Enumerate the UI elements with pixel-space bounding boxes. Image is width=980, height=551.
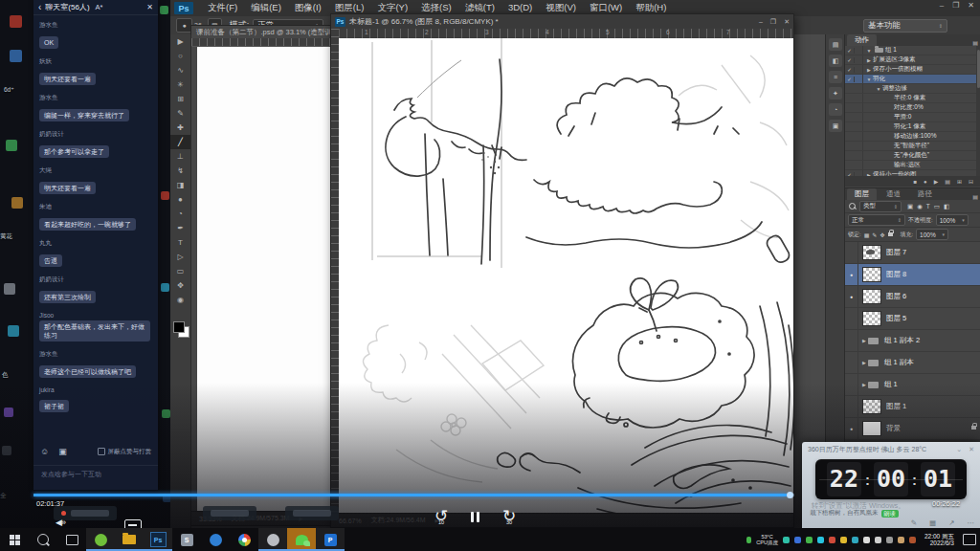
desktop-icon[interactable]: [4, 408, 13, 417]
chat-username[interactable]: 游水鱼: [39, 94, 152, 102]
panel-icon[interactable]: ◧: [829, 55, 842, 67]
zoom-level[interactable]: 66.67%: [339, 518, 362, 524]
action-row[interactable]: 移动边缘:100%: [845, 132, 980, 142]
action-check[interactable]: ✓: [845, 48, 855, 54]
taskbar-app-photoshop[interactable]: Ps: [144, 528, 172, 551]
layer-thumbnail[interactable]: [862, 267, 881, 282]
tool-button[interactable]: ✚: [170, 121, 190, 135]
taskbar-app-blue[interactable]: [201, 528, 230, 551]
layer-row[interactable]: ● 图层 8: [845, 264, 980, 286]
scrollbar[interactable]: [976, 46, 980, 176]
action-dialog-toggle[interactable]: [855, 170, 863, 176]
action-check[interactable]: ✓: [845, 57, 855, 63]
layer-row[interactable]: 组 1: [845, 374, 980, 396]
opacity-value[interactable]: 100% ▾: [936, 214, 969, 226]
chevron-icon[interactable]: ▼: [865, 77, 873, 82]
tool-button[interactable]: ○: [170, 49, 190, 63]
visibility-toggle[interactable]: ●: [845, 264, 858, 285]
action-check[interactable]: ✓: [845, 172, 855, 177]
layer-thumbnail[interactable]: [862, 421, 881, 436]
layer-thumbnail[interactable]: [862, 289, 881, 304]
layer-row[interactable]: 图层 5: [845, 308, 980, 330]
player-progress-bar[interactable]: [33, 494, 794, 496]
tray-icon[interactable]: [829, 537, 835, 543]
taskbar-app-p[interactable]: P: [316, 528, 345, 551]
search-button[interactable]: [29, 528, 57, 551]
action-dialog-toggle[interactable]: [855, 65, 863, 74]
emoji-icon[interactable]: ☺: [40, 447, 49, 456]
layer-row[interactable]: 组 1 副本: [845, 352, 980, 374]
action-row[interactable]: ▼ 调整边缘: [845, 84, 980, 94]
visibility-toggle[interactable]: ●: [845, 286, 858, 307]
action-dialog-toggle[interactable]: [855, 84, 863, 93]
chat-username[interactable]: 妖妖: [39, 57, 152, 66]
desktop-icon[interactable]: [4, 283, 15, 295]
chat-username[interactable]: 奶奶设计: [39, 276, 152, 284]
action-dialog-toggle[interactable]: [855, 122, 863, 131]
desktop-icon[interactable]: [11, 197, 23, 209]
filter-icon[interactable]: ▣: [907, 203, 913, 210]
desktop-icon-label[interactable]: 色: [2, 371, 9, 380]
chevron-icon[interactable]: ▼: [875, 86, 882, 92]
visibility-toggle[interactable]: [845, 242, 858, 263]
more-icon[interactable]: ⋯: [968, 518, 975, 527]
blend-mode-select[interactable]: 正常 ⇕: [848, 214, 905, 226]
read-aloud-button[interactable]: 朗读: [881, 510, 899, 518]
actions-toolbar-icon[interactable]: ●: [924, 179, 927, 185]
chat-username[interactable]: 大绳: [39, 166, 152, 175]
panel-menu-icon[interactable]: ▤: [972, 193, 978, 200]
layer-thumbnail[interactable]: [862, 399, 881, 414]
desktop-icon-label[interactable]: 黄花: [0, 232, 12, 241]
action-row[interactable]: 对比度:0%: [845, 103, 980, 113]
filter-type-select[interactable]: 类型 ⇕: [859, 201, 902, 212]
action-row[interactable]: 输出:选区: [845, 161, 980, 170]
action-row[interactable]: 羽化:1 像素: [845, 122, 980, 132]
layer-row[interactable]: 图层 7: [845, 242, 980, 264]
action-dialog-toggle[interactable]: [855, 113, 863, 121]
tool-button[interactable]: ◉: [170, 293, 190, 307]
tray-icon[interactable]: [783, 537, 790, 543]
panel-icon[interactable]: ✦: [829, 87, 842, 99]
chat-username[interactable]: 丸丸: [39, 239, 152, 248]
tray-icon[interactable]: [746, 537, 751, 543]
tray-icon[interactable]: [806, 537, 813, 543]
actions-toolbar-icon[interactable]: ⊞: [957, 178, 962, 185]
checkbox[interactable]: [98, 448, 105, 455]
close-icon[interactable]: ✕: [969, 446, 974, 453]
tray-icon[interactable]: [817, 537, 824, 543]
lock-option-icon[interactable]: ▦: [864, 231, 870, 238]
tool-button[interactable]: ◨: [170, 178, 190, 192]
menu-item[interactable]: 图像(I): [288, 2, 328, 14]
foreground-color[interactable]: [173, 321, 185, 333]
close-icon[interactable]: ✕: [784, 18, 790, 26]
progress-handle[interactable]: [787, 492, 793, 498]
tool-button[interactable]: ▷: [170, 250, 190, 264]
workspace-selector[interactable]: 基本功能 ⇕: [863, 19, 947, 33]
chat-username[interactable]: Jisoo: [39, 312, 152, 319]
visibility-toggle[interactable]: ●: [845, 418, 858, 439]
volume-icon[interactable]: ◀»: [56, 518, 65, 527]
actions-toolbar-icon[interactable]: ⊟: [969, 178, 973, 185]
action-row[interactable]: ✓ ▶ 保持小一份的图: [845, 170, 980, 176]
chat-username[interactable]: jukira: [39, 386, 152, 393]
visibility-toggle[interactable]: [845, 330, 858, 351]
chevron-icon[interactable]: ▶: [865, 67, 873, 73]
document-window[interactable]: Ps 未标题-1 @ 66.7% (图层 8, RGB/8/CMYK) * – …: [330, 13, 794, 528]
taskbar-app-explorer[interactable]: [115, 528, 144, 551]
tool-button[interactable]: ↯: [170, 164, 190, 178]
tray-icon[interactable]: [840, 537, 847, 543]
layer-thumbnail[interactable]: [862, 334, 880, 347]
visibility-toggle[interactable]: [845, 308, 858, 329]
tool-button[interactable]: ▭: [170, 264, 190, 278]
action-row[interactable]: ✓ ▼ 组 1: [845, 46, 980, 55]
taskbar-app-360[interactable]: [86, 528, 115, 551]
minimize-icon[interactable]: –: [759, 18, 763, 26]
notification-center-icon[interactable]: [963, 534, 976, 545]
tool-button[interactable]: ∿: [170, 63, 190, 77]
action-dialog-toggle[interactable]: [855, 94, 863, 102]
tray-icon[interactable]: [909, 537, 916, 543]
desktop-icon[interactable]: [6, 140, 17, 151]
restore-icon[interactable]: ❐: [770, 18, 776, 26]
layer-thumbnail[interactable]: [862, 311, 881, 326]
task-view-button[interactable]: [57, 528, 86, 551]
